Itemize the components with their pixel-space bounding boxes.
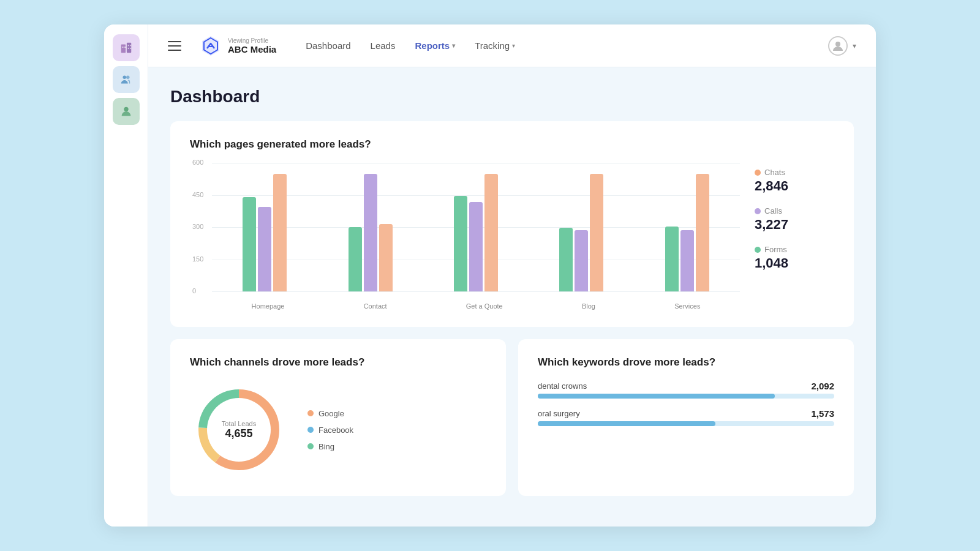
calls-value: 3,227 <box>755 217 834 233</box>
bottom-row: Which channels drove more leads? <box>170 339 854 496</box>
brand: Viewing Profile ABC Media <box>200 35 276 57</box>
svg-rect-4 <box>127 45 129 46</box>
keyword-list: dental crowns 2,092 oral surgery 1,573 <box>538 381 834 426</box>
sidebar-icon-person[interactable] <box>113 98 140 125</box>
leads-by-page-title: Which pages generated more leads? <box>190 138 834 151</box>
bar-group-contact-bars <box>349 174 393 291</box>
facebook-label: Facebook <box>318 425 353 435</box>
page-body: Dashboard Which pages generated more lea… <box>148 67 876 527</box>
nav-reports[interactable]: Reports ▾ <box>415 40 455 51</box>
brand-logo <box>200 35 222 57</box>
forms-dot <box>755 247 761 253</box>
viewing-profile-label: Viewing Profile <box>228 37 276 44</box>
bing-label: Bing <box>318 442 334 451</box>
bar-group-blog <box>559 174 603 291</box>
donut-legend-bing: Bing <box>307 442 353 451</box>
bar-quote-chats <box>484 174 498 291</box>
chart-legend: Chats 2,846 Calls 3,227 <box>755 163 834 271</box>
tracking-arrow-icon: ▾ <box>512 42 515 49</box>
bar-quote-forms <box>454 196 467 291</box>
bar-quote-calls <box>469 202 483 291</box>
bar-group-quote <box>454 174 498 291</box>
svg-rect-6 <box>127 48 129 49</box>
svg-rect-7 <box>130 48 131 49</box>
sidebar-icon-buildings[interactable] <box>113 34 140 61</box>
donut-total-label: Total Leads <box>222 420 256 427</box>
bar-group-homepage-bars <box>243 174 287 291</box>
nav-dashboard[interactable]: Dashboard <box>306 40 350 51</box>
hamburger-line <box>168 45 181 47</box>
nav-links: Dashboard Leads Reports ▾ Tracking ▾ <box>306 40 828 51</box>
donut-legend: Google Facebook Bing <box>307 409 353 451</box>
y-label-150: 150 <box>192 255 203 263</box>
google-label: Google <box>318 409 344 418</box>
donut-chart: Total Leads 4,655 <box>190 381 288 479</box>
reports-arrow-icon: ▾ <box>452 42 455 49</box>
svg-rect-3 <box>124 47 126 48</box>
topnav-right: ▾ <box>828 36 856 56</box>
x-labels: Homepage Contact Get a Quote Blog Servic… <box>212 302 740 310</box>
google-dot <box>307 410 314 416</box>
bar-homepage-calls <box>258 207 271 291</box>
x-label-services: Services <box>674 302 700 310</box>
keyword-row-2: oral surgery 1,573 <box>538 408 834 426</box>
svg-rect-2 <box>122 47 123 48</box>
chart-area: 600 450 300 150 <box>212 163 740 291</box>
x-label-quote: Get a Quote <box>466 302 503 310</box>
chats-label: Chats <box>764 168 785 177</box>
keyword-row-1: dental crowns 2,092 <box>538 381 834 399</box>
channels-title: Which channels drove more leads? <box>190 356 486 369</box>
chats-dot <box>755 170 761 176</box>
bar-group-quote-bars <box>454 174 498 291</box>
brand-text: Viewing Profile ABC Media <box>228 37 276 54</box>
svg-point-9 <box>126 76 130 79</box>
bar-group-contact <box>349 174 393 291</box>
donut-legend-google: Google <box>307 409 353 418</box>
topnav: Viewing Profile ABC Media Dashboard Lead… <box>148 24 876 67</box>
buildings-icon <box>119 41 133 54</box>
keyword-name-2: oral surgery <box>538 409 580 418</box>
keyword-count-1: 2,092 <box>811 381 834 391</box>
bar-homepage-forms <box>243 197 256 291</box>
x-label-contact: Contact <box>364 302 387 310</box>
grid-line-0: 0 <box>212 291 740 292</box>
forms-label: Forms <box>764 245 787 254</box>
chats-value: 2,846 <box>755 178 834 194</box>
keyword-bar-fill-1 <box>538 394 775 399</box>
donut-section: Total Leads 4,655 Google Faceboo <box>190 381 486 479</box>
legend-chats: Chats 2,846 <box>755 168 834 194</box>
bar-blog-forms <box>559 228 573 291</box>
svg-point-10 <box>124 107 128 111</box>
bar-group-services-bars <box>665 174 709 291</box>
donut-center: Total Leads 4,655 <box>222 420 256 440</box>
user-avatar[interactable] <box>828 36 848 56</box>
facebook-dot <box>307 427 314 433</box>
keyword-bar-fill-2 <box>538 421 715 426</box>
nav-leads[interactable]: Leads <box>371 40 396 51</box>
nav-tracking[interactable]: Tracking ▾ <box>475 40 515 51</box>
svg-rect-0 <box>121 45 125 53</box>
forms-value: 1,048 <box>755 255 834 271</box>
hamburger-button[interactable] <box>168 35 190 57</box>
main-content: Viewing Profile ABC Media Dashboard Lead… <box>148 24 876 527</box>
legend-forms: Forms 1,048 <box>755 245 834 271</box>
bar-blog-chats <box>590 174 603 291</box>
bars-area <box>212 163 740 291</box>
y-label-0: 0 <box>192 287 196 294</box>
app-window: Viewing Profile ABC Media Dashboard Lead… <box>104 24 876 527</box>
bar-group-services <box>665 174 709 291</box>
y-label-450: 450 <box>192 191 203 198</box>
keywords-title: Which keywords drove more leads? <box>538 356 834 369</box>
keyword-name-1: dental crowns <box>538 381 587 391</box>
keyword-bar-bg-1 <box>538 394 834 399</box>
brand-name: ABC Media <box>228 44 276 54</box>
user-dropdown-arrow[interactable]: ▾ <box>853 42 856 50</box>
x-label-homepage: Homepage <box>252 302 285 310</box>
page-title: Dashboard <box>170 87 854 107</box>
bar-group-blog-bars <box>559 174 603 291</box>
sidebar-icon-group[interactable] <box>113 66 140 93</box>
hamburger-line <box>168 41 181 42</box>
keyword-count-2: 1,573 <box>811 408 834 419</box>
hamburger-line <box>168 50 181 51</box>
svg-rect-5 <box>130 45 131 46</box>
